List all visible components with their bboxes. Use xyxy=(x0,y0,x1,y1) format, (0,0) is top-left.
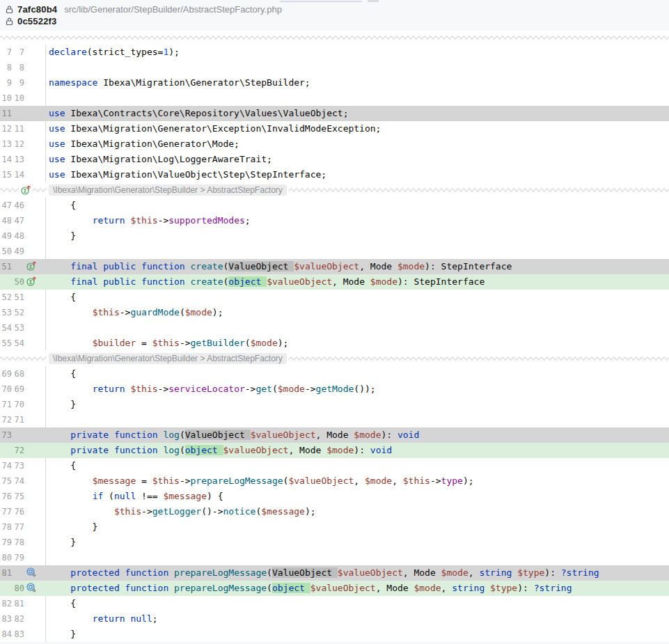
code-token: ): xyxy=(354,445,370,455)
code-line[interactable]: private function log(ValueObject $valueO… xyxy=(46,427,669,443)
code-line[interactable]: use Ibexa\Contracts\Core\Repository\Valu… xyxy=(46,106,669,121)
diff-row-removed: 11use Ibexa\Contracts\Core\Repository\Va… xyxy=(0,106,669,121)
code-line[interactable]: { xyxy=(46,366,669,382)
code-line[interactable]: if (null !== $message) { xyxy=(46,489,669,504)
collapsed-region-breadcrumb[interactable]: \Ibexa\Migration\Generator\StepBuilder >… xyxy=(49,353,287,364)
diff-row-removed: 81 protected function prepareLogMessage(… xyxy=(0,565,669,581)
code-token: final xyxy=(70,276,97,287)
diff-row: 1413use Ibexa\Migration\Log\LoggerAwareT… xyxy=(0,152,669,167)
overriding-method-icon[interactable] xyxy=(26,567,37,580)
code-token: return xyxy=(93,215,125,226)
implements-method-icon[interactable] xyxy=(26,260,37,274)
code-token: Ibexa\Contracts\Core\Repository\Values\V… xyxy=(65,108,348,118)
code-token: getBuilder xyxy=(191,338,245,348)
code-line[interactable]: use Ibexa\Migration\Generator\Mode; xyxy=(46,136,669,152)
new-line-number: 10 xyxy=(13,93,24,103)
implements-method-icon[interactable] xyxy=(19,184,33,196)
code-line[interactable]: use Ibexa\Migration\Generator\Exception\… xyxy=(46,121,669,136)
code-line[interactable]: return $this->supportedModes; xyxy=(46,213,669,228)
code-token: ); xyxy=(278,338,289,348)
code-line[interactable]: return null; xyxy=(46,611,669,627)
code-token: namespace xyxy=(49,77,97,88)
code-token: ( xyxy=(103,491,114,501)
diff-row: 1312use Ibexa\Migration\Generator\Mode; xyxy=(0,136,669,152)
code-token: Ibexa\Migration\Generator\Exception\Inva… xyxy=(65,123,381,134)
code-line[interactable]: $this->getLogger()->notice($message); xyxy=(46,504,669,519)
code-token: ValueObject xyxy=(272,567,338,578)
code-token: protected xyxy=(70,583,119,593)
code-token xyxy=(185,261,191,272)
code-line[interactable]: $message = $this->prepareLogMessage($val… xyxy=(46,473,669,489)
code-token: , xyxy=(469,567,480,578)
new-line-number: 8 xyxy=(13,63,24,72)
code-line[interactable]: { xyxy=(46,198,669,213)
gutter: 88 xyxy=(0,60,46,75)
code-line[interactable] xyxy=(46,320,669,336)
code-line[interactable]: $builder = $this->getBuilder($mode); xyxy=(46,336,669,351)
code-line[interactable]: } xyxy=(46,627,669,642)
old-line-number: 80 xyxy=(1,553,12,563)
gutter: 1413 xyxy=(0,152,46,167)
code-line[interactable]: use Ibexa\Migration\ValueObject\Step\Ste… xyxy=(46,167,669,182)
new-line-number: 50 xyxy=(13,277,24,287)
diff-row: 4948 } xyxy=(0,228,669,244)
new-line-number: 11 xyxy=(13,124,24,134)
new-line-number: 12 xyxy=(13,139,24,149)
code-token: public xyxy=(103,261,136,272)
code-line[interactable]: } xyxy=(46,535,669,550)
code-token: $mode xyxy=(278,384,305,394)
code-token: $valueObject xyxy=(251,430,316,440)
code-line[interactable]: private function log(object $valueObject… xyxy=(46,443,669,458)
gutter: 8382 xyxy=(0,611,46,627)
code-line[interactable] xyxy=(46,412,669,427)
collapsed-region-separator[interactable]: \Ibexa\Migration\Generator\StepBuilder >… xyxy=(0,182,669,198)
code-token: use xyxy=(49,123,65,134)
code-token xyxy=(109,445,114,455)
collapsed-region-breadcrumb[interactable]: \Ibexa\Migration\Generator\StepBuilder >… xyxy=(49,184,287,196)
code-token: function xyxy=(114,445,158,455)
gutter-icon-slot xyxy=(26,260,38,274)
code-line[interactable]: declare(strict_types=1); xyxy=(46,45,669,60)
code-token xyxy=(49,445,70,455)
code-token: if xyxy=(93,491,104,501)
code-line[interactable]: final public function create(ValueObject… xyxy=(46,259,669,274)
code-line[interactable]: final public function create(object $val… xyxy=(46,274,669,290)
diff-row: 88 xyxy=(0,60,669,75)
code-line[interactable]: namespace Ibexa\Migration\Generator\Step… xyxy=(46,75,669,91)
new-line-number: 53 xyxy=(13,323,24,333)
code-line[interactable] xyxy=(46,244,669,259)
code-line[interactable] xyxy=(46,60,669,75)
diff-row-added: 80 protected function prepareLogMessage(… xyxy=(0,581,669,596)
code-line[interactable]: $this->guardMode($mode); xyxy=(46,305,669,320)
commit-hash-new[interactable]: 0c5522f3 xyxy=(17,16,57,26)
code-token: -> xyxy=(158,215,169,226)
code-line[interactable]: protected function prepareLogMessage(Val… xyxy=(46,565,669,581)
old-line-number: 15 xyxy=(1,170,12,180)
overriding-method-icon[interactable] xyxy=(26,582,37,595)
code-token: get xyxy=(255,384,271,394)
code-line[interactable]: { xyxy=(46,596,669,611)
old-line-number: 12 xyxy=(1,124,12,134)
commit-hash-old[interactable]: 7afc80b4 xyxy=(17,4,57,15)
code-line[interactable] xyxy=(46,91,669,106)
code-token: = xyxy=(136,338,152,348)
code-line[interactable]: { xyxy=(46,290,669,305)
code-line[interactable]: } xyxy=(46,397,669,412)
old-line-number: 74 xyxy=(1,461,12,471)
code-token: ): StepInterface xyxy=(425,261,512,272)
code-line[interactable]: protected function prepareLogMessage(obj… xyxy=(46,581,669,596)
diff-row: 7877 } xyxy=(0,519,669,535)
collapsed-region-separator[interactable]: \Ibexa\Migration\Generator\StepBuilder >… xyxy=(0,351,669,366)
code-token: object xyxy=(185,445,223,455)
code-line[interactable]: } xyxy=(46,519,669,535)
code-line[interactable]: } xyxy=(46,228,669,244)
code-token: } xyxy=(49,537,76,547)
code-line[interactable]: return $this->serviceLocator->get($mode-… xyxy=(46,382,669,397)
code-token: prepareLogMessage xyxy=(191,476,283,486)
code-token: } xyxy=(49,629,76,639)
code-line[interactable]: { xyxy=(46,458,669,473)
code-line[interactable]: use Ibexa\Migration\Log\LoggerAwareTrait… xyxy=(46,152,669,167)
implements-method-icon[interactable] xyxy=(26,276,37,289)
code-token: $message xyxy=(261,506,305,517)
code-line[interactable] xyxy=(46,550,669,565)
